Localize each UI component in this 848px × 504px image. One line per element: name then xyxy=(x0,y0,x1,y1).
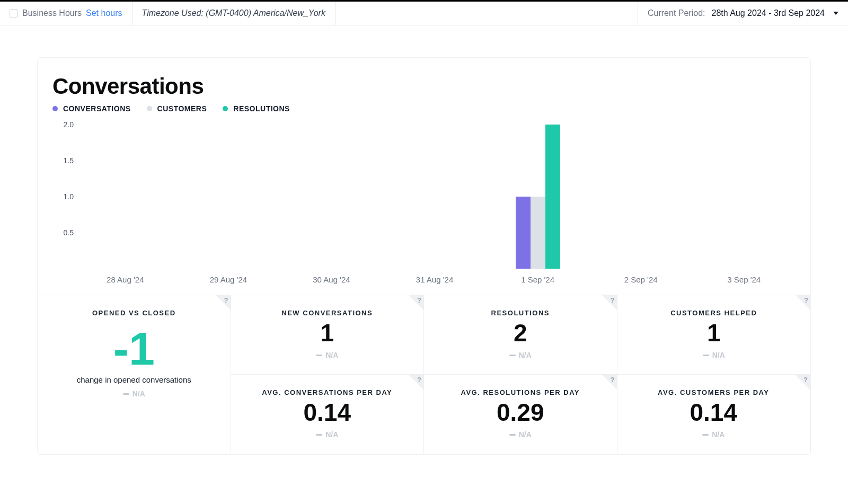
kpi-value: 1 xyxy=(707,320,721,346)
kpi-label: AVG. CONVERSATIONS PER DAY xyxy=(262,388,392,396)
kpi-new-conversations: ? NEW CONVERSATIONS 1 N/A xyxy=(231,295,425,375)
kpi-label: RESOLUTIONS xyxy=(491,309,550,317)
period-picker[interactable]: Current Period: 28th Aug 2024 - 3rd Sep … xyxy=(638,2,848,25)
na-text: N/A xyxy=(712,351,725,359)
kpi-trend: N/A xyxy=(123,390,145,398)
chart-bar[interactable] xyxy=(516,197,531,269)
x-tick: 1 Sep '24 xyxy=(486,275,589,284)
na-text: N/A xyxy=(325,351,338,359)
chart-category-group xyxy=(177,125,280,269)
kpi-opened-vs-closed: ? OPENED VS CLOSED -1 change in opened c… xyxy=(38,295,231,454)
chart-plot-area xyxy=(74,125,796,269)
dash-icon xyxy=(316,355,322,356)
kpi-customers-helped: ? CUSTOMERS HELPED 1 N/A xyxy=(617,295,811,375)
kpi-trend: N/A xyxy=(509,430,532,439)
set-hours-link[interactable]: Set hours xyxy=(86,8,122,18)
kpi-avg-resolutions-per-day: ? AVG. RESOLUTIONS PER DAY 0.29 N/A xyxy=(424,375,617,454)
dash-icon xyxy=(123,393,129,395)
help-icon[interactable]: ? xyxy=(804,296,808,304)
chart-category-group xyxy=(383,125,486,269)
kpi-label: AVG. RESOLUTIONS PER DAY xyxy=(461,388,580,396)
chart-bar[interactable] xyxy=(545,125,560,269)
chart-y-axis: 2.01.51.00.5 xyxy=(52,125,74,269)
business-hours-label: Business Hours xyxy=(22,8,82,18)
help-icon[interactable]: ? xyxy=(417,296,421,304)
chart-category-group xyxy=(693,125,796,269)
kpi-value: 0.14 xyxy=(303,400,351,425)
kpi-value: 2 xyxy=(514,320,527,346)
x-tick: 29 Aug '24 xyxy=(177,275,280,284)
legend-label: RESOLUTIONS xyxy=(233,104,290,113)
kpi-trend: N/A xyxy=(702,430,725,439)
legend-item[interactable]: CONVERSATIONS xyxy=(52,104,131,113)
help-icon[interactable]: ? xyxy=(417,376,421,384)
chart-category-group xyxy=(487,125,589,269)
legend-item[interactable]: RESOLUTIONS xyxy=(223,104,290,113)
timezone-text: Timezone Used: (GMT-0400) America/New_Yo… xyxy=(142,8,325,18)
kpi-label: AVG. CUSTOMERS PER DAY xyxy=(658,388,769,396)
kpi-grid: ? OPENED VS CLOSED -1 change in opened c… xyxy=(38,295,810,454)
conversations-chart: 2.01.51.00.5 28 Aug '2429 Aug '2430 Aug … xyxy=(52,125,796,295)
page-title: Conversations xyxy=(52,74,796,99)
x-tick: 30 Aug '24 xyxy=(280,275,383,284)
kpi-label: CUSTOMERS HELPED xyxy=(670,309,757,317)
help-icon[interactable]: ? xyxy=(803,376,808,384)
na-text: N/A xyxy=(325,430,338,439)
kpi-trend: N/A xyxy=(509,351,532,359)
chart-category-group xyxy=(280,125,383,269)
na-text: N/A xyxy=(519,430,532,439)
na-text: N/A xyxy=(519,351,532,359)
caret-down-icon xyxy=(833,12,838,15)
timezone-section: Timezone Used: (GMT-0400) America/New_Yo… xyxy=(132,2,335,25)
x-tick: 2 Sep '24 xyxy=(589,275,693,284)
business-hours-checkbox[interactable] xyxy=(10,9,18,17)
x-tick: 3 Sep '24 xyxy=(692,275,796,284)
x-tick: 28 Aug '24 xyxy=(74,275,177,284)
kpi-trend: N/A xyxy=(316,430,338,439)
chart-category-group xyxy=(589,125,692,269)
kpi-value: 0.29 xyxy=(497,400,544,425)
legend-dot-icon xyxy=(223,106,228,111)
chart-legend: CONVERSATIONSCUSTOMERSRESOLUTIONS xyxy=(52,104,796,113)
kpi-subtext: change in opened conversations xyxy=(77,375,191,384)
x-tick: 31 Aug '24 xyxy=(383,275,487,284)
legend-label: CONVERSATIONS xyxy=(63,104,131,113)
legend-item[interactable]: CUSTOMERS xyxy=(147,104,207,113)
legend-dot-icon xyxy=(147,106,152,111)
dash-icon xyxy=(509,434,516,436)
dash-icon xyxy=(703,355,709,356)
kpi-label: NEW CONVERSATIONS xyxy=(281,309,373,317)
kpi-label: OPENED VS CLOSED xyxy=(92,309,176,317)
topbar: Business Hours Set hours Timezone Used: … xyxy=(0,0,848,25)
current-period-value: 28th Aug 2024 - 3rd Sep 2024 xyxy=(711,8,825,18)
na-text: N/A xyxy=(712,430,725,439)
kpi-avg-customers-per-day: ? AVG. CUSTOMERS PER DAY 0.14 N/A xyxy=(617,375,811,454)
conversations-card: Conversations CONVERSATIONSCUSTOMERSRESO… xyxy=(37,57,811,455)
dash-icon xyxy=(702,434,709,436)
business-hours-section: Business Hours Set hours xyxy=(0,2,132,25)
kpi-trend: N/A xyxy=(703,351,725,359)
dash-icon xyxy=(509,355,516,356)
current-period-label: Current Period: xyxy=(648,8,705,18)
kpi-resolutions: ? RESOLUTIONS 2 N/A xyxy=(424,295,617,375)
dash-icon xyxy=(316,434,322,436)
chart-category-group xyxy=(74,125,177,269)
kpi-value: -1 xyxy=(113,324,155,373)
legend-label: CUSTOMERS xyxy=(157,104,207,113)
help-icon[interactable]: ? xyxy=(224,296,228,304)
legend-dot-icon xyxy=(52,106,58,111)
kpi-avg-conversations-per-day: ? AVG. CONVERSATIONS PER DAY 0.14 N/A xyxy=(231,375,425,454)
help-icon[interactable]: ? xyxy=(611,376,615,384)
chart-x-axis: 28 Aug '2429 Aug '2430 Aug '2431 Aug '24… xyxy=(52,275,796,284)
topbar-spacer xyxy=(335,2,638,25)
help-icon[interactable]: ? xyxy=(611,296,615,304)
chart-bar[interactable] xyxy=(531,197,545,269)
kpi-value: 0.14 xyxy=(690,400,737,425)
kpi-value: 1 xyxy=(320,320,334,346)
kpi-trend: N/A xyxy=(316,351,338,359)
na-text: N/A xyxy=(132,390,145,398)
